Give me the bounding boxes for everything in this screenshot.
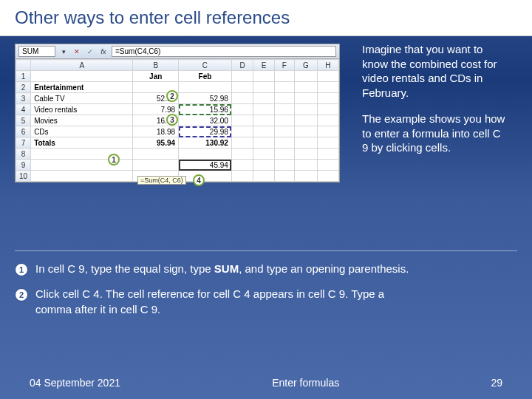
step-1-text: In cell C 9, type the equal sign, type S… bbox=[35, 262, 409, 276]
col-header: E bbox=[253, 60, 274, 71]
col-header: H bbox=[317, 60, 338, 71]
col-header: C bbox=[179, 60, 232, 71]
cancel-icon: ✕ bbox=[72, 47, 82, 57]
footer-title: Enter formulas bbox=[272, 377, 339, 389]
side-text: Imagine that you want to know the combin… bbox=[362, 42, 510, 167]
callout-3: 3 bbox=[166, 114, 178, 126]
cell-c9: 45.94 bbox=[179, 160, 232, 171]
col-header: B bbox=[133, 60, 179, 71]
intro-paragraph-2: The example shows you how to enter a for… bbox=[362, 112, 510, 155]
col-header: F bbox=[274, 60, 294, 71]
divider-line bbox=[15, 250, 517, 251]
col-header: D bbox=[231, 60, 253, 71]
col-header: G bbox=[295, 60, 317, 71]
footer-date: 04 September 2021 bbox=[30, 377, 120, 389]
slide-footer: 04 September 2021 Enter formulas 29 bbox=[0, 377, 532, 389]
content-area: SUM ▾ ✕ ✓ fx =Sum(C4,C6) A B C D E F G H… bbox=[0, 36, 532, 183]
cell-c4: 15.96 bbox=[179, 104, 232, 115]
callout-2: 2 bbox=[166, 90, 178, 102]
intro-paragraph-1: Imagine that you want to know the combin… bbox=[362, 42, 510, 100]
col-header: A bbox=[31, 60, 133, 71]
corner-cell bbox=[16, 60, 31, 71]
formula-bar: =Sum(C4,C6) bbox=[112, 46, 336, 57]
callout-4: 4 bbox=[193, 174, 205, 186]
title-bar: Other ways to enter cell references bbox=[0, 0, 532, 36]
fx-icon: fx bbox=[98, 47, 109, 57]
c9-tooltip: =Sum(C4, C6) bbox=[137, 176, 186, 185]
excel-screenshot: SUM ▾ ✕ ✓ fx =Sum(C4,C6) A B C D E F G H… bbox=[15, 44, 340, 183]
footer-page-number: 29 bbox=[491, 377, 502, 389]
name-box: SUM bbox=[18, 46, 55, 57]
excel-toolbar: SUM ▾ ✕ ✓ fx =Sum(C4,C6) bbox=[16, 44, 339, 59]
step-number-icon: 1 bbox=[15, 263, 28, 276]
dropdown-icon: ▾ bbox=[58, 47, 69, 57]
cell-c6: 29.98 bbox=[179, 126, 232, 137]
steps-list: 1 In cell C 9, type the equal sign, type… bbox=[15, 262, 421, 327]
slide-title: Other ways to enter cell references bbox=[15, 7, 517, 28]
confirm-icon: ✓ bbox=[85, 47, 95, 57]
step-2: 2 Click cell C 4. The cell reference for… bbox=[15, 287, 421, 317]
callout-1: 1 bbox=[108, 154, 120, 166]
step-2-text: Click cell C 4. The cell reference for c… bbox=[35, 287, 421, 317]
step-number-icon: 2 bbox=[15, 288, 28, 301]
step-1: 1 In cell C 9, type the equal sign, type… bbox=[15, 262, 421, 276]
